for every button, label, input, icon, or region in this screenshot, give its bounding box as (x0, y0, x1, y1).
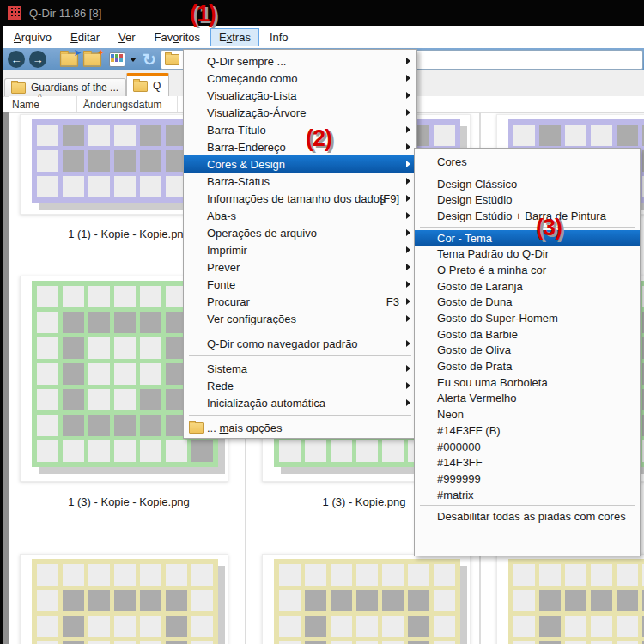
thumbnail-cell (305, 440, 326, 462)
menu-item[interactable]: Aba-s (184, 207, 416, 224)
menu-item[interactable]: Gosto da Barbie (415, 326, 640, 343)
file-name-label[interactable]: 1 (3) - Kopie - Kopie.png (68, 495, 190, 508)
column-divider[interactable] (177, 96, 178, 112)
menu-item[interactable]: Ver configurações (184, 310, 416, 327)
menu-item[interactable]: #matrix (415, 487, 640, 503)
menu-item[interactable]: Gosto de Prata (415, 358, 640, 374)
thumbnail-cell (37, 125, 58, 146)
menu-item-label: Sistema (207, 362, 247, 375)
menu-ver[interactable]: Ver (110, 28, 144, 46)
submenu-arrow-icon (406, 109, 410, 116)
menu-item[interactable]: Q-Dir como navegador padrão (184, 335, 416, 352)
thumbnail-cell (513, 564, 535, 586)
menu-item[interactable]: Gosto de Duna (415, 295, 640, 311)
thumbnail-cell (591, 125, 612, 146)
column-header-name[interactable]: Name (12, 99, 39, 111)
thumbnail-cell (279, 616, 301, 637)
menu-item[interactable]: Fonte (184, 276, 416, 293)
forward-icon[interactable]: → (29, 51, 46, 68)
thumbnail-cell (37, 150, 58, 172)
thumbnail-cell (565, 616, 586, 637)
menu-item[interactable]: #14F3FF (415, 454, 640, 471)
back-icon[interactable]: ← (8, 51, 25, 68)
thumbnail-cell (356, 616, 378, 637)
menu-item-label: Design Estúdio (437, 193, 512, 206)
thumbnail-cell (140, 176, 161, 197)
menu-item[interactable]: Q-Dir sempre ... (184, 52, 416, 70)
refresh-icon[interactable]: ↻ (143, 52, 156, 68)
menu-editar[interactable]: Editar (62, 28, 108, 46)
menu-item[interactable]: #999999 (415, 471, 640, 487)
thumbnail-cell (166, 564, 187, 586)
menu-item[interactable]: Visualização-Árvore (184, 104, 416, 121)
menu-item[interactable]: Barra-Endereço (184, 138, 416, 155)
file-thumbnail[interactable] (496, 554, 644, 644)
menu-item[interactable]: Cores (415, 154, 640, 170)
thumbnail-cell (513, 616, 535, 637)
menu-item[interactable]: Rede (184, 377, 416, 394)
menu-item-label: #000000 (437, 440, 481, 453)
menu-item[interactable]: Barra-Título (184, 121, 416, 138)
submenu-arrow-icon (406, 143, 410, 150)
menu-item-label: Q-Dir como navegador padrão (207, 337, 358, 350)
menu-info[interactable]: Info (261, 28, 297, 46)
thumbnail-cell (539, 125, 561, 146)
file-name-label[interactable]: 1 (1) - Kopie - Kopie.png (68, 228, 190, 240)
column-header-modified[interactable]: Änderungsdatum (83, 99, 161, 111)
menu-item[interactable]: Alerta Vermelho (415, 391, 640, 407)
menu-item[interactable]: Eu sou uma Borboleta (415, 374, 640, 391)
scrollbar[interactable] (3, 112, 9, 644)
open-folder-icon[interactable]: ➤ (60, 52, 78, 66)
menu-extras[interactable]: Extras (210, 28, 259, 46)
file-thumbnail[interactable] (262, 554, 471, 644)
menu-item-label: Q-Dir sempre ... (207, 55, 286, 68)
menu-item[interactable]: Prever (184, 258, 416, 276)
dropdown-arrow-icon[interactable] (130, 58, 137, 62)
menu-item[interactable]: Design Estúdio (415, 191, 640, 208)
menu-item[interactable]: Operações de arquivo (184, 224, 416, 241)
menu-item[interactable]: Começando como (184, 70, 416, 87)
menu-item[interactable]: #000000 (415, 439, 640, 455)
tab-guardians[interactable]: Guardians of the ... (4, 78, 126, 96)
menu-item[interactable]: Barra-Status (184, 173, 416, 190)
thumbnail-cell (434, 616, 455, 637)
menu-item-label: Design Estúdio + Barra de Pintura (437, 210, 606, 222)
column-divider[interactable] (76, 96, 77, 112)
cores-design-submenu: CoresDesign ClássicoDesign EstúdioDesign… (414, 148, 641, 556)
menu-favoritos[interactable]: Favoritos (146, 28, 209, 46)
menu-item[interactable]: Inicialização automática (184, 394, 416, 411)
menu-item[interactable]: ProcurarF3 (184, 293, 416, 310)
submenu-arrow-icon (406, 178, 410, 185)
menu-item[interactable]: Neon (415, 406, 640, 422)
menu-item[interactable]: Visualização-Lista (184, 87, 416, 104)
menu-item[interactable]: Cor - Tema (415, 230, 640, 246)
thumbnail-image (274, 559, 460, 644)
thumbnail-cell (37, 590, 58, 611)
menu-item-label: #999999 (437, 472, 481, 485)
menu-item[interactable]: Imprimir (184, 241, 416, 258)
menu-item[interactable]: Design Estúdio + Barra de Pintura (415, 208, 640, 224)
menu-item[interactable]: Design Clássico (415, 176, 640, 192)
file-name-label[interactable]: 1 (3) - Kopie.png (323, 495, 406, 508)
menu-item[interactable]: ... mais opções (184, 419, 416, 436)
file-thumbnail[interactable] (20, 554, 228, 644)
views-grid-icon[interactable] (109, 52, 125, 67)
menu-item[interactable]: Informações de tamanho dos dados[F9] (184, 190, 416, 207)
menu-item[interactable]: Gosto do Super-Homem (415, 310, 640, 326)
menu-item-label: #matrix (437, 489, 474, 501)
menu-item[interactable]: Gosto de Oliva (415, 343, 640, 359)
thumbnail-cell (114, 337, 136, 359)
thumbnail-cell (191, 440, 213, 462)
menu-item[interactable]: Tema Padrão do Q-Dir (415, 246, 640, 262)
menu-item[interactable]: #14F3FF (B) (415, 422, 640, 439)
menu-item-label: Neon (437, 408, 464, 421)
menu-item[interactable]: Cores & Design (184, 155, 416, 173)
menu-item[interactable]: Gosto de Laranja (415, 278, 640, 295)
menu-item[interactable]: Desabilitar todas as piadas com cores (415, 508, 640, 525)
menu-item[interactable]: Sistema (184, 360, 416, 377)
tab-q-active[interactable]: Q (126, 73, 169, 96)
menu-item[interactable]: O Preto é a minha cor (415, 262, 640, 278)
favorites-folder-icon[interactable]: ✦ (83, 52, 101, 66)
menu-arquivo[interactable]: Arquivo (5, 28, 60, 46)
thumbnail-cell (114, 616, 136, 637)
